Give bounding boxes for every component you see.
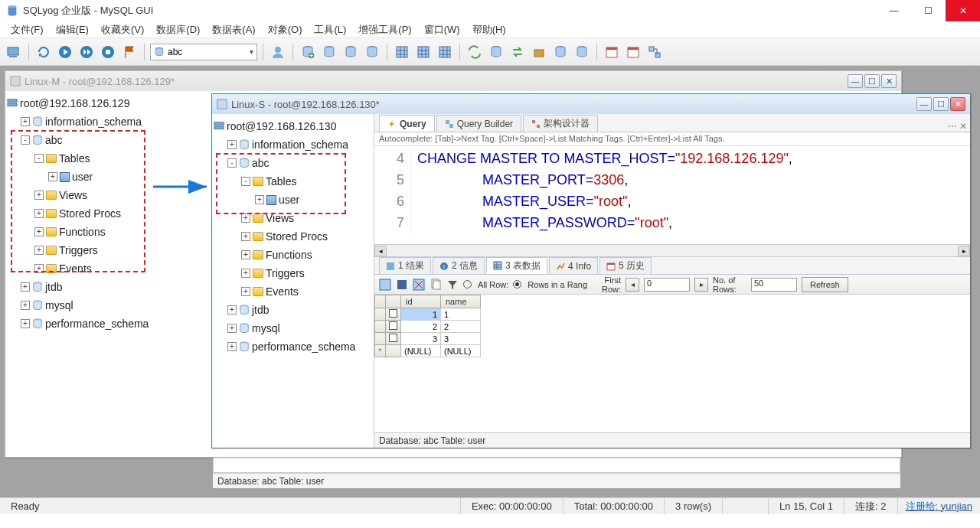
child-window-linux-s[interactable]: Linux-S - root@192.168.126.130* — ☐ ✕ ro… (211, 93, 971, 448)
cw-titlebar-linux-s[interactable]: Linux-S - root@192.168.126.130* — ☐ ✕ (212, 94, 970, 114)
rtab-4info[interactable]: 4 Info (549, 257, 598, 274)
tree-abc-s[interactable]: -abc (227, 154, 372, 172)
tab-schema[interactable]: 架构设计器 (523, 115, 598, 132)
menu-fav[interactable]: 收藏夹(V) (95, 21, 150, 38)
grid-icon-1[interactable] (393, 43, 411, 61)
menu-edit[interactable]: 编辑(E) (50, 21, 95, 38)
cw-close[interactable]: ✕ (950, 97, 965, 111)
sql-editor[interactable]: 4CHANGE MASTER TO MASTER_HOST="192.168.1… (374, 146, 970, 244)
filter-icon[interactable] (446, 279, 459, 291)
expand-icon[interactable]: + (21, 117, 30, 126)
tree-root-m[interactable]: root@192.168.126.129 (7, 94, 203, 112)
tab-query[interactable]: Query (379, 115, 435, 132)
menu-database[interactable]: 数据库(D) (150, 21, 206, 38)
scroll-right[interactable]: ▸ (958, 246, 970, 256)
db-icon-3[interactable] (341, 43, 360, 61)
tree-user-s[interactable]: +user (255, 191, 372, 209)
num-rows-input[interactable]: 50 (751, 278, 797, 292)
col-id[interactable]: id (401, 295, 441, 308)
menu-powertools[interactable]: 增强工具(P) (352, 21, 417, 38)
table-row[interactable]: 22 (375, 321, 481, 333)
grid-copy-icon[interactable] (430, 279, 442, 291)
tree-jtdb-s[interactable]: +jtdb (227, 301, 372, 319)
rtab-history[interactable]: 5 历史 (599, 257, 652, 274)
collapse-icon[interactable]: - (21, 135, 30, 145)
calendar-icon[interactable] (603, 43, 621, 61)
new-connection-icon[interactable] (5, 43, 23, 61)
db-icon-4[interactable] (363, 43, 381, 61)
import-icon[interactable] (551, 43, 570, 61)
execute-all-icon[interactable] (77, 43, 96, 61)
rtab-result[interactable]: 1 结果 (379, 257, 431, 274)
db-icon-1[interactable] (299, 43, 317, 61)
grid-del-icon[interactable] (413, 279, 425, 291)
next-page[interactable]: ▸ (694, 278, 708, 292)
tree-ev-m[interactable]: +Events (34, 259, 203, 278)
scroll-left[interactable]: ◂ (374, 246, 387, 256)
cw-titlebar-linux-m[interactable]: Linux-M - root@192.168.126.129* — ☐ ✕ (5, 71, 901, 91)
radio-rows-range[interactable] (513, 280, 521, 288)
table-row[interactable]: 33 (375, 333, 481, 345)
prev-page[interactable]: ◂ (626, 278, 639, 292)
db-icon-2[interactable] (320, 43, 338, 61)
tree-info-schema-s[interactable]: +information_schema (227, 135, 372, 154)
rtab-info[interactable]: i2 信息 (433, 257, 485, 274)
grid-add-icon[interactable] (379, 279, 391, 291)
cw-close[interactable]: ✕ (881, 74, 897, 88)
tree-perf-s[interactable]: +performance_schema (227, 337, 372, 356)
menu-object[interactable]: 对象(O) (262, 21, 309, 38)
refresh-button[interactable]: Refresh (802, 277, 848, 292)
flag-icon[interactable] (120, 43, 139, 61)
schema-icon[interactable] (645, 43, 664, 61)
row-checkbox[interactable] (389, 309, 397, 318)
tree-abc-m[interactable]: -abc (21, 131, 203, 149)
db-sync-icon[interactable] (487, 43, 505, 61)
cw-minimize[interactable]: — (848, 74, 863, 88)
radio-all-rows[interactable] (463, 280, 472, 288)
menu-tools[interactable]: 工具(L) (308, 21, 352, 38)
cw-maximize[interactable]: ☐ (933, 97, 949, 111)
tree-linux-m[interactable]: root@192.168.126.129 +information_schema… (5, 91, 204, 336)
tree-perf-m[interactable]: +performance_schema (21, 315, 203, 333)
maximize-button[interactable]: ☐ (911, 0, 946, 21)
grid-icon-3[interactable] (436, 43, 454, 61)
status-registered[interactable]: 注册给: yunjian (897, 498, 980, 514)
table-row[interactable]: 11 (375, 308, 481, 321)
tab-close[interactable]: ⋯ ✕ (948, 121, 967, 132)
tree-views-s[interactable]: +Views (241, 209, 372, 227)
backup-icon[interactable] (573, 43, 591, 61)
execute-icon[interactable] (56, 43, 74, 61)
cw-minimize[interactable]: — (916, 97, 932, 111)
editor-hscroll[interactable]: ◂▸ (374, 244, 970, 256)
tree-trig-m[interactable]: +Triggers (34, 241, 203, 259)
col-name[interactable]: name (441, 295, 481, 308)
tree-fn-s[interactable]: +Functions (241, 246, 372, 264)
execute-script-icon[interactable] (99, 43, 117, 61)
grid-save-icon[interactable] (396, 279, 408, 291)
tree-fn-m[interactable]: +Functions (34, 223, 203, 241)
grid-icon-2[interactable] (414, 43, 433, 61)
tree-sp-m[interactable]: +Stored Procs (34, 204, 203, 223)
tree-tables-m[interactable]: -Tables (34, 149, 203, 168)
tree-jtdb-m[interactable]: +jtdb (21, 278, 203, 296)
tree-linux-s[interactable]: root@192.168.126.130 +information_schema… (212, 114, 374, 359)
tree-ev-s[interactable]: +Events (241, 282, 372, 301)
table-row-new[interactable]: *(NULL)(NULL) (375, 345, 481, 357)
menu-window[interactable]: 窗口(W) (418, 21, 466, 38)
first-row-input[interactable]: 0 (644, 278, 690, 292)
transfer-icon[interactable] (508, 43, 527, 61)
tab-query-builder[interactable]: Query Builder (436, 115, 521, 132)
tree-sp-s[interactable]: +Stored Procs (241, 227, 372, 246)
cw-maximize[interactable]: ☐ (864, 74, 880, 88)
refresh-icon[interactable] (34, 43, 53, 61)
user-icon[interactable] (269, 43, 287, 61)
rtab-table-data[interactable]: 3 表数据 (486, 257, 547, 274)
tree-mysql-s[interactable]: +mysql (227, 319, 372, 337)
sync-icon[interactable] (466, 43, 484, 61)
menu-help[interactable]: 帮助(H) (466, 21, 512, 38)
tree-trig-s[interactable]: +Triggers (241, 264, 372, 282)
calendar-icon-2[interactable] (624, 43, 642, 61)
tree-tables-s[interactable]: -Tables (241, 172, 372, 191)
minimize-button[interactable]: — (877, 0, 911, 21)
database-combo[interactable]: abc (150, 44, 257, 60)
